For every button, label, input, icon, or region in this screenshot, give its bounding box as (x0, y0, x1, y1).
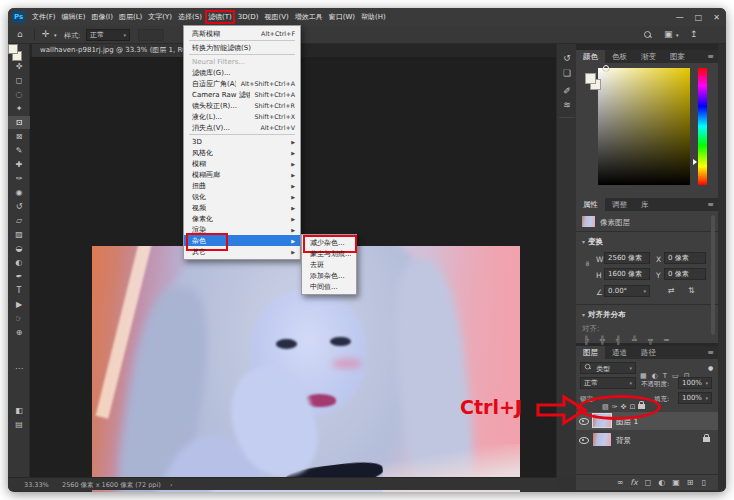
layer-mask-icon[interactable]: ◻ (642, 478, 654, 487)
opacity-field[interactable]: 100%▾ (678, 377, 712, 389)
menu-图层(L)[interactable]: 图层(L) (116, 10, 145, 24)
quick-selection-tool[interactable]: ✦ (8, 102, 30, 115)
tab-颜色[interactable]: 颜色 (576, 50, 605, 63)
fill-field[interactable]: 100%▾ (678, 392, 712, 404)
lasso-tool[interactable]: ◌ (8, 88, 30, 101)
menu-文字(Y)[interactable]: 文字(Y) (145, 10, 175, 24)
align-icon-2[interactable]: ╣ (616, 336, 621, 345)
style-select[interactable]: 正常▾ (86, 29, 130, 41)
brush-tool[interactable]: ✑ (8, 172, 30, 185)
delete-layer-icon[interactable]: ▯ (698, 478, 710, 487)
marquee-tool[interactable]: ◻ (8, 74, 30, 87)
noise-submenu-item-3[interactable]: 添加杂色... (302, 270, 356, 281)
layer-thumbnail[interactable] (593, 433, 611, 446)
filter-menu-item-18[interactable]: 杂色▶ (184, 235, 300, 246)
panel-menu-icon[interactable]: ≡ (707, 200, 714, 209)
filter-menu-item-7[interactable]: 液化(L)...Shift+Ctrl+X (184, 111, 300, 122)
panel-menu-icon[interactable]: ≡ (707, 52, 714, 61)
menu-选择(S)[interactable]: 选择(S) (175, 10, 205, 24)
hue-slider[interactable] (698, 68, 707, 185)
healing-brush-tool[interactable]: ✚ (8, 158, 30, 171)
link-layers-icon[interactable]: ∞ (614, 478, 626, 487)
menu-编辑(E)[interactable]: 编辑(E) (59, 10, 89, 24)
blend-mode-select[interactable]: 正常▾ (580, 377, 636, 389)
edit-toolbar-icon[interactable]: ⋯ (8, 362, 30, 375)
transform-section-header[interactable]: ▾变换 (582, 237, 603, 247)
filter-menu-item-5[interactable]: Camera Raw 滤镜(C)...Shift+Ctrl+A (184, 89, 300, 100)
hue-slider-marker[interactable] (693, 159, 697, 165)
chevron-down-icon[interactable]: ▾ (676, 32, 679, 38)
filter-menu-item-10[interactable]: 风格化▶ (184, 147, 300, 158)
tab-路径[interactable]: 路径 (634, 346, 663, 359)
screen-mode-icon[interactable]: ▤ (8, 418, 30, 431)
tab-库[interactable]: 库 (634, 198, 656, 211)
status-chevron-icon[interactable]: › (170, 481, 173, 489)
filter-menu-item-9[interactable]: 3D▶ (184, 136, 300, 147)
menu-视图(V)[interactable]: 视图(V) (261, 10, 291, 24)
menu-帮助(H)[interactable]: 帮助(H) (358, 10, 389, 24)
adjustment-layer-icon[interactable]: ◐ (656, 478, 668, 487)
flip-vertical-icon[interactable]: ⇅ (688, 286, 695, 295)
filter-menu-item-15[interactable]: 视频▶ (184, 202, 300, 213)
align-icon-3[interactable]: ╩ (632, 336, 637, 345)
filter-pixel-icon[interactable]: ▦ (640, 372, 647, 380)
clone-stamp-tool[interactable]: ◉ (8, 186, 30, 199)
angle-field[interactable]: 0.00°▾ (604, 285, 650, 297)
filter-menu-item-11[interactable]: 模糊▶ (184, 158, 300, 169)
blur-tool[interactable]: ◒ (8, 242, 30, 255)
menu-增效工具[interactable]: 增效工具 (292, 10, 326, 24)
history-brush-tool[interactable]: ↺ (8, 200, 30, 213)
eraser-tool[interactable]: ▱ (8, 214, 30, 227)
foreground-color-swatch[interactable] (8, 44, 18, 54)
tab-图层[interactable]: 图层 (576, 346, 605, 359)
filter-adjustment-icon[interactable]: ◐ (652, 372, 658, 380)
filter-menu-item-3[interactable]: 滤镜库(G)... (184, 67, 300, 78)
dodge-tool[interactable]: ◐ (8, 256, 30, 269)
color-field-marker[interactable] (603, 65, 609, 71)
filter-type-icon[interactable]: T (663, 372, 667, 380)
visibility-eye-icon[interactable] (579, 435, 589, 444)
filter-menu-item-13[interactable]: 扭曲▶ (184, 180, 300, 191)
gradient-tool[interactable]: ▨ (8, 228, 30, 241)
menu-图像(I)[interactable]: 图像(I) (88, 10, 116, 24)
color-field[interactable] (598, 68, 690, 185)
link-dimensions-icon[interactable]: ∞ (583, 260, 592, 267)
y-field[interactable]: 0 像素 (664, 268, 706, 280)
panel-menu-icon[interactable]: ≡ (707, 348, 714, 357)
align-icon-1[interactable]: ╬ (600, 336, 605, 345)
history-icon[interactable]: ↺ (557, 53, 577, 63)
new-layer-icon[interactable]: ⊞ (684, 478, 696, 487)
quick-mask-icon[interactable]: ◧ (8, 404, 30, 417)
close-button[interactable]: ✕ (713, 13, 720, 22)
menu-窗口(W)[interactable]: 窗口(W) (326, 10, 358, 24)
noise-submenu-item-0[interactable]: 减少杂色... (302, 237, 356, 248)
minimize-button[interactable]: — (676, 13, 684, 22)
type-tool[interactable]: T (8, 284, 30, 297)
tab-属性[interactable]: 属性 (576, 198, 605, 211)
x-field[interactable]: 0 像素 (664, 252, 706, 264)
tab-调整[interactable]: 调整 (605, 198, 634, 211)
move-tool[interactable]: ✜ (8, 60, 30, 73)
menu-文件(F)[interactable]: 文件(F) (29, 10, 59, 24)
layer-effects-icon[interactable]: fx (628, 478, 640, 487)
filter-menu-item-19[interactable]: 其它▶ (184, 246, 300, 257)
noise-submenu-item-1[interactable]: 蒙尘与划痕... (302, 248, 356, 259)
filter-menu-item-0[interactable]: 高斯模糊Alt+Ctrl+F (184, 28, 300, 39)
filter-menu-item-6[interactable]: 镜头校正(R)...Shift+Ctrl+R (184, 100, 300, 111)
noise-submenu-item-4[interactable]: 中间值... (302, 281, 356, 292)
layer-row-背景[interactable]: 背景 (576, 431, 718, 449)
layer-filter-select[interactable]: 类型▾ (580, 362, 636, 374)
tab-渐变[interactable]: 渐变 (634, 50, 663, 63)
align-icon-5[interactable]: ═ (664, 336, 669, 345)
eyedropper-tool[interactable]: ✎ (8, 144, 30, 157)
filter-menu-item-1[interactable]: 转换为智能滤镜(S) (184, 42, 300, 53)
comments-icon[interactable]: ❏ (557, 68, 577, 78)
chevron-down-icon[interactable]: ▾ (54, 32, 57, 38)
maximize-button[interactable]: □ (695, 13, 703, 22)
layer-name[interactable]: 背景 (616, 436, 631, 446)
share-icon[interactable]: ↥ (690, 29, 698, 39)
hand-tool[interactable]: ☞ (8, 312, 30, 325)
filter-menu-item-14[interactable]: 锐化▶ (184, 191, 300, 202)
align-section-header[interactable]: ▾对齐并分布 (582, 310, 626, 320)
flip-horizontal-icon[interactable]: ⇄ (668, 286, 675, 295)
